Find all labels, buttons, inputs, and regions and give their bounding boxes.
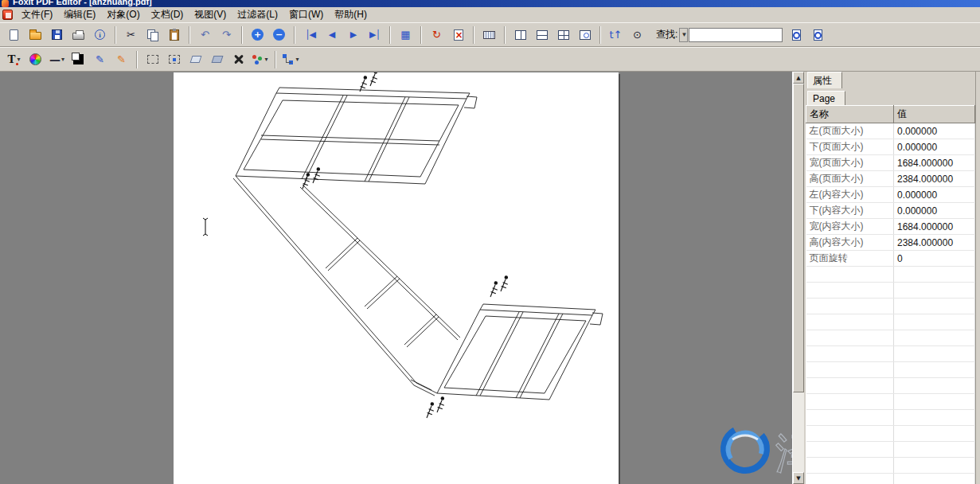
property-row[interactable]: 宽(页面大小)1684.000000 (806, 155, 975, 171)
menu-item-6[interactable]: 过滤器(L) (232, 7, 283, 22)
document-window-icon[interactable] (2, 10, 13, 20)
document-properties-button[interactable]: i (89, 25, 111, 45)
property-row[interactable]: 下(页面大小)0.000000 (806, 139, 975, 155)
property-row[interactable]: 宽(内容大小)1684.000000 (806, 219, 975, 235)
property-value[interactable]: 2384.000000 (894, 171, 975, 187)
zoom-out-button[interactable]: − (268, 25, 290, 45)
palette-button[interactable]: ▾ (249, 50, 271, 69)
property-name: 高(页面大小) (806, 171, 894, 187)
color-wheel-icon (29, 53, 41, 65)
grid-view-button[interactable] (552, 25, 574, 45)
zoom-in-button[interactable]: + (247, 25, 268, 45)
save-button[interactable] (46, 25, 68, 45)
vertical-scrollbar[interactable]: ▲ ▼ (792, 72, 804, 484)
property-row[interactable]: 高(内容大小)2384.000000 (806, 235, 975, 251)
menu-item-8[interactable]: 帮助(H) (329, 7, 373, 22)
property-value (894, 299, 975, 314)
delete-page-button[interactable] (447, 25, 469, 45)
open-button[interactable] (25, 25, 46, 45)
paste-button[interactable] (163, 25, 185, 45)
properties-panel-header: 属性 (806, 72, 975, 88)
toolbar-separator (136, 51, 138, 68)
pdf-page[interactable] (174, 72, 619, 484)
target-tool-button[interactable]: ⊙ (627, 25, 648, 45)
menu-bar: 文件(F)编辑(E)对象(O)文档(D)视图(V)过滤器(L)窗口(W)帮助(H… (0, 7, 980, 22)
snapshot-button[interactable] (163, 50, 185, 69)
search-page-icon (792, 29, 801, 41)
find-in-document-button[interactable] (786, 25, 807, 45)
menu-item-2[interactable]: 编辑(E) (58, 7, 101, 22)
pages-overview-button[interactable]: ▦ (395, 25, 416, 45)
property-value[interactable]: 1684.000000 (894, 155, 975, 171)
scale-object-button[interactable] (206, 50, 228, 69)
text-caret (203, 218, 208, 236)
undo-button[interactable]: ↶ (194, 25, 216, 45)
column-header-value[interactable]: 值 (894, 106, 975, 123)
page-zoom-button[interactable] (574, 25, 595, 45)
line-tool-button[interactable]: —▾ (46, 50, 68, 69)
document-canvas[interactable]: 泽网 (0, 72, 792, 484)
column-view-button[interactable] (531, 25, 552, 45)
rotate-object-button[interactable] (185, 50, 206, 69)
property-row[interactable]: 下(内容大小)0.000000 (806, 203, 975, 219)
property-row[interactable]: 页面旋转0 (806, 251, 975, 267)
rotate-page-button[interactable]: ↻ (426, 25, 447, 45)
property-value[interactable]: 0 (894, 251, 975, 267)
properties-panel-tab[interactable]: 属性 (807, 72, 842, 88)
scrollbar-track[interactable] (793, 84, 804, 472)
clipboard-icon (170, 29, 179, 41)
menu-item-1[interactable]: 文件(F) (16, 7, 58, 22)
hex-view-button[interactable] (478, 25, 500, 45)
property-name (806, 394, 894, 410)
floppy-disk-icon (52, 29, 62, 40)
chevron-down-icon: ▾ (18, 56, 21, 63)
property-row[interactable]: 左(内容大小)0.000000 (806, 187, 975, 203)
copy-button[interactable] (142, 25, 163, 45)
property-value[interactable]: 0.000000 (894, 123, 975, 139)
property-value (894, 426, 975, 442)
menu-item-3[interactable]: 对象(O) (101, 7, 145, 22)
scroll-down-button[interactable]: ▼ (793, 472, 804, 484)
property-value[interactable]: 0.000000 (894, 203, 975, 219)
property-value[interactable]: 2384.000000 (894, 235, 975, 251)
scrollbar-thumb[interactable] (793, 84, 804, 392)
text-field-tool-button[interactable]: t↑ (605, 25, 627, 45)
property-value[interactable]: 1684.000000 (894, 219, 975, 235)
last-page-button[interactable]: ▶│ (364, 25, 385, 45)
property-value[interactable]: 0.000000 (894, 139, 975, 155)
redo-button[interactable]: ↷ (216, 25, 237, 45)
line-icon: — (49, 53, 60, 66)
scissors-icon: ✂ (127, 29, 135, 41)
next-page-button[interactable]: ▶ (342, 25, 364, 45)
property-value (894, 330, 975, 346)
tab-page[interactable]: Page (807, 91, 845, 105)
scroll-up-button[interactable]: ▲ (793, 72, 804, 84)
property-row[interactable]: 高(页面大小)2384.000000 (806, 171, 975, 187)
last-page-icon: ▶│ (369, 29, 380, 40)
new-document-button[interactable] (3, 25, 25, 45)
text-tool-button[interactable]: T▾ (3, 50, 25, 69)
first-page-button[interactable]: │◀ (299, 25, 321, 45)
hierarchy-button[interactable]: ▾ (280, 50, 302, 69)
find-input[interactable] (689, 28, 783, 42)
find-dropdown-button[interactable]: ▼ (679, 28, 688, 42)
color-wheel-button[interactable] (25, 50, 46, 69)
properties-table-body: 左(页面大小)0.000000下(页面大小)0.000000宽(页面大小)168… (806, 123, 975, 484)
menu-item-4[interactable]: 文档(D) (146, 7, 189, 22)
tools-button[interactable] (228, 50, 249, 69)
property-value[interactable]: 0.000000 (894, 187, 975, 203)
property-row[interactable]: 左(页面大小)0.000000 (806, 123, 975, 139)
column-header-name[interactable]: 名称 (806, 106, 894, 123)
menu-item-5[interactable]: 视图(V) (189, 7, 232, 22)
print-button[interactable] (68, 25, 89, 45)
find-next-button[interactable] (807, 25, 829, 45)
select-area-button[interactable] (142, 50, 163, 69)
fill-style-button[interactable] (68, 50, 89, 69)
edit-content-button[interactable]: ✎ (89, 50, 111, 69)
pencil-orange-icon: ✎ (117, 53, 126, 65)
cut-button[interactable]: ✂ (120, 25, 142, 45)
edit-form-button[interactable]: ✎ (111, 50, 132, 69)
prev-page-button[interactable]: ◀ (321, 25, 342, 45)
split-view-button[interactable] (510, 25, 531, 45)
menu-item-7[interactable]: 窗口(W) (283, 7, 329, 22)
